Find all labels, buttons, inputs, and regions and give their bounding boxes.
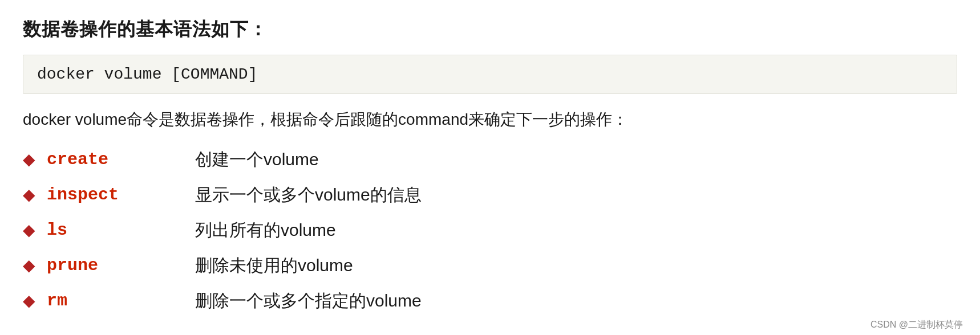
command-name-ls: ls xyxy=(47,218,195,242)
code-block: docker volume [COMMAND] xyxy=(23,55,957,94)
diamond-icon-rm: ◆ xyxy=(23,289,35,312)
command-desc-rm: 删除一个或多个指定的volume xyxy=(195,289,422,313)
command-item-inspect: ◆inspect显示一个或多个volume的信息 xyxy=(23,183,957,207)
command-desc-ls: 列出所有的volume xyxy=(195,218,336,242)
command-item-create: ◆create创建一个volume xyxy=(23,148,957,171)
watermark: CSDN @二进制杯莫停 xyxy=(870,319,963,331)
diamond-icon-create: ◆ xyxy=(23,148,35,170)
diamond-icon-ls: ◆ xyxy=(23,219,35,241)
page-heading: 数据卷操作的基本语法如下： xyxy=(23,17,957,42)
command-item-rm: ◆rm删除一个或多个指定的volume xyxy=(23,289,957,313)
description-text: docker volume命令是数据卷操作，根据命令后跟随的command来确定… xyxy=(23,108,957,132)
command-item-ls: ◆ls列出所有的volume xyxy=(23,218,957,242)
command-desc-inspect: 显示一个或多个volume的信息 xyxy=(195,183,422,207)
diamond-icon-prune: ◆ xyxy=(23,254,35,276)
command-name-rm: rm xyxy=(47,289,195,313)
diamond-icon-inspect: ◆ xyxy=(23,183,35,206)
command-item-prune: ◆prune删除未使用的volume xyxy=(23,254,957,277)
command-desc-prune: 删除未使用的volume xyxy=(195,254,353,277)
command-name-create: create xyxy=(47,148,195,171)
command-name-inspect: inspect xyxy=(47,183,195,207)
command-desc-create: 创建一个volume xyxy=(195,148,319,171)
command-name-prune: prune xyxy=(47,254,195,277)
command-list: ◆create创建一个volume◆inspect显示一个或多个volume的信… xyxy=(23,148,957,313)
